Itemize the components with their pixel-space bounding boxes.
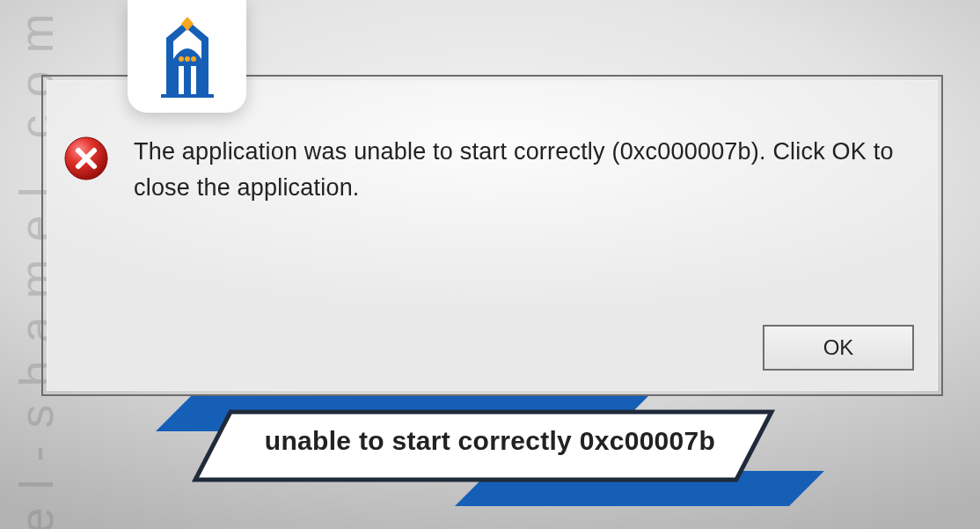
error-dialog: The application was unable to start corr…: [41, 75, 943, 396]
svg-point-0: [179, 56, 184, 62]
error-dialog-body: The application was unable to start corr…: [47, 80, 938, 391]
banner-title: unable to start correctly 0xc00007b: [156, 426, 824, 456]
error-message: The application was unable to start corr…: [134, 134, 912, 205]
svg-point-2: [191, 56, 196, 62]
caption-banner: unable to start correctly 0xc00007b: [156, 396, 824, 511]
error-icon: [63, 136, 109, 181]
ok-button[interactable]: OK: [763, 325, 914, 371]
ok-button-label: OK: [823, 335, 854, 360]
site-logo: [128, 0, 246, 113]
logo-icon: [143, 15, 231, 103]
svg-rect-3: [161, 94, 214, 98]
dialog-content-row: The application was unable to start corr…: [63, 134, 912, 205]
svg-point-1: [185, 56, 190, 62]
